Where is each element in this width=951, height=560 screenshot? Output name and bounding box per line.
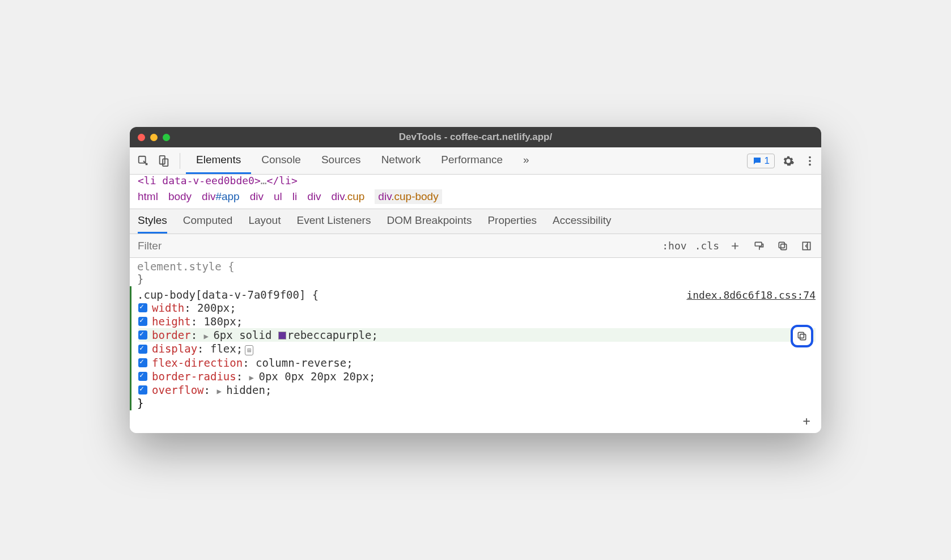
styles-pane: element.style { } .cup-body[data-v-7a0f9…: [130, 258, 821, 433]
rule-element-style[interactable]: element.style { }: [130, 258, 821, 286]
svg-rect-10: [800, 334, 806, 340]
tab-sources[interactable]: Sources: [311, 147, 371, 174]
cls-toggle[interactable]: .cls: [695, 240, 719, 252]
subtab-eventlisteners[interactable]: Event Listeners: [296, 209, 371, 234]
filter-input[interactable]: [130, 240, 311, 252]
rule-cup-body: .cup-body[data-v-7a0f9f00] { index.8d6c6…: [130, 286, 821, 410]
source-link[interactable]: index.8d6c6f18.css:74: [686, 289, 816, 301]
tab-performance[interactable]: Performance: [431, 147, 513, 174]
svg-rect-8: [779, 242, 784, 248]
color-swatch[interactable]: [278, 332, 286, 340]
decl-text: border: ▶ 6px solid rebeccapurple;: [152, 329, 378, 341]
new-rule-icon[interactable]: [727, 238, 743, 254]
rule-close: }: [137, 397, 816, 409]
selector-element-style: element.style {: [137, 260, 816, 273]
toggle-checkbox[interactable]: [138, 303, 147, 312]
subtab-computed[interactable]: Computed: [183, 209, 233, 234]
subtab-layout[interactable]: Layout: [248, 209, 281, 234]
copy-icon[interactable]: [775, 238, 791, 254]
decl-text: height: 180px;: [152, 315, 243, 328]
decl-width[interactable]: width: 200px;: [138, 301, 816, 315]
separator: [180, 153, 180, 169]
decl-border[interactable]: border: ▶ 6px solid rebeccapurple;: [138, 328, 816, 342]
crumb-div[interactable]: div: [250, 190, 264, 203]
zoom-icon[interactable]: [163, 134, 170, 141]
svg-rect-9: [803, 242, 810, 249]
svg-rect-11: [798, 332, 804, 338]
rule-close: }: [137, 273, 816, 285]
crumb-divcupbody[interactable]: div.cup-body: [375, 189, 441, 204]
subtab-dombreakpoints[interactable]: DOM Breakpoints: [387, 209, 472, 234]
crumb-li[interactable]: li: [292, 190, 297, 203]
crumb-body[interactable]: body: [168, 190, 192, 203]
settings-icon[interactable]: [780, 153, 796, 169]
crumb-divapp[interactable]: div#app: [202, 190, 240, 203]
window-title: DevTools - coffee-cart.netlify.app/: [130, 131, 821, 143]
toggle-checkbox[interactable]: [138, 317, 147, 326]
crumb-div2[interactable]: div: [307, 190, 321, 203]
decl-text: display: flex;⊞: [152, 342, 253, 355]
subtab-properties[interactable]: Properties: [487, 209, 537, 234]
decl-overflow[interactable]: overflow: ▶ hidden;: [138, 383, 816, 397]
issues-count: 1: [765, 155, 770, 167]
svg-point-4: [809, 160, 811, 162]
window-controls: [138, 134, 170, 141]
paint-icon[interactable]: [751, 238, 767, 254]
svg-rect-7: [781, 244, 787, 249]
decl-border-radius[interactable]: border-radius: ▶ 0px 0px 20px 20px;: [138, 370, 816, 383]
tab-elements[interactable]: Elements: [186, 147, 251, 174]
tab-console[interactable]: Console: [251, 147, 311, 174]
selector-cup-body[interactable]: .cup-body[data-v-7a0f9f00] {: [137, 289, 319, 301]
decl-text: flex-direction: column-reverse;: [152, 357, 353, 369]
hov-toggle[interactable]: :hov: [662, 240, 686, 252]
toggle-checkbox[interactable]: [138, 345, 147, 354]
tab-more[interactable]: »: [513, 147, 540, 174]
panel-toggle-icon[interactable]: [799, 238, 814, 254]
decl-flex-direction[interactable]: flex-direction: column-reverse;: [138, 356, 816, 370]
crumb-ul[interactable]: ul: [274, 190, 282, 203]
subtab-accessibility[interactable]: Accessibility: [553, 209, 611, 234]
styles-filter-bar: :hov .cls: [130, 234, 821, 258]
toggle-checkbox[interactable]: [138, 358, 147, 367]
crumb-divcup[interactable]: div.cup: [332, 190, 365, 203]
styles-subtabs: Styles Computed Layout Event Listeners D…: [130, 209, 821, 234]
svg-point-3: [809, 156, 811, 158]
toggle-checkbox[interactable]: [138, 385, 147, 394]
devtools-window: DevTools - coffee-cart.netlify.app/ Elem…: [130, 127, 821, 433]
main-tabs: Elements Console Sources Network Perform…: [130, 147, 821, 175]
breadcrumb: html body div#app div ul li div div.cup …: [130, 185, 821, 209]
decl-text: width: 200px;: [152, 302, 236, 314]
decl-display[interactable]: display: flex;⊞: [138, 342, 816, 356]
svg-point-5: [809, 163, 811, 166]
svg-rect-6: [755, 242, 762, 246]
device-icon[interactable]: [154, 151, 174, 171]
subtab-styles[interactable]: Styles: [138, 209, 167, 234]
kebab-icon[interactable]: [802, 153, 818, 169]
close-icon[interactable]: [138, 134, 145, 141]
decl-height[interactable]: height: 180px;: [138, 315, 816, 328]
crumb-html[interactable]: html: [138, 190, 158, 203]
dom-tree-peek: <li data-v-eed0bde0>…</li>: [130, 175, 821, 185]
decl-text: border-radius: ▶ 0px 0px 20px 20px;: [152, 370, 375, 383]
minimize-icon[interactable]: [150, 134, 158, 141]
add-property-icon[interactable]: +: [799, 413, 814, 429]
issues-badge[interactable]: 1: [747, 154, 775, 168]
toggle-checkbox[interactable]: [138, 330, 147, 340]
tab-network[interactable]: Network: [371, 147, 431, 174]
inspect-icon[interactable]: [133, 151, 154, 171]
titlebar: DevTools - coffee-cart.netlify.app/: [130, 127, 821, 147]
decl-text: overflow: ▶ hidden;: [152, 384, 271, 396]
flex-editor-icon[interactable]: ⊞: [245, 345, 253, 355]
toggle-checkbox[interactable]: [138, 372, 147, 381]
